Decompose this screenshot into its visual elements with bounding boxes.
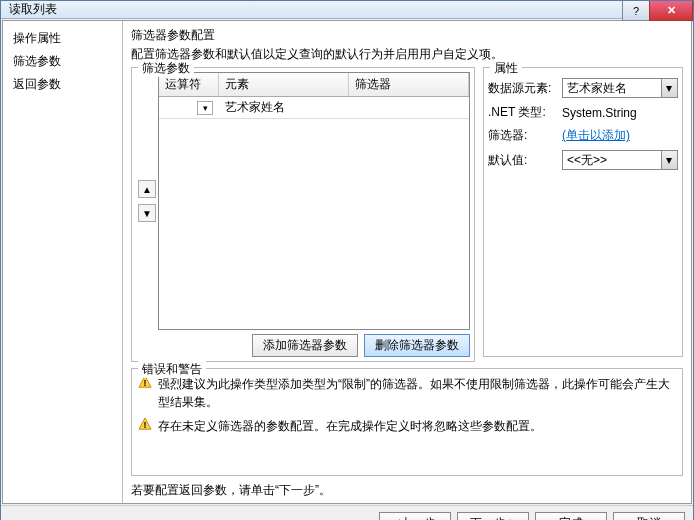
chevron-down-icon: ▾ xyxy=(662,153,677,167)
dialog-buttons: <上一步 下一步 > 完成 取消 xyxy=(1,505,693,520)
row-dropdown-button[interactable]: ▾ xyxy=(197,101,213,115)
row-element: 艺术家姓名 xyxy=(219,97,349,118)
prop-nettype-value: System.String xyxy=(562,106,678,120)
prop-source-label: 数据源元素: xyxy=(488,80,562,97)
move-down-button[interactable]: ▼ xyxy=(138,204,156,222)
triangle-up-icon: ▲ xyxy=(142,184,152,195)
sidebar-item-filter-params[interactable]: 筛选参数 xyxy=(3,50,122,73)
errors-legend: 错误和警告 xyxy=(138,361,206,378)
sidebar-item-return-params[interactable]: 返回参数 xyxy=(3,73,122,96)
back-button[interactable]: <上一步 xyxy=(379,512,451,520)
source-combo-value: 艺术家姓名 xyxy=(563,80,661,97)
col-element: 元素 xyxy=(219,73,349,96)
chevron-down-icon: ▾ xyxy=(662,81,677,95)
chevron-down-icon: ▾ xyxy=(203,103,208,113)
section-title: 筛选器参数配置 xyxy=(131,27,683,44)
close-button[interactable]: ✕ xyxy=(649,1,693,21)
row-filter xyxy=(349,106,361,110)
filter-params-group: 筛选参数 ▲ ▼ 运算符 元素 筛选器 xyxy=(131,67,475,362)
titlebar: 读取列表 ? ✕ xyxy=(1,1,693,19)
footer-note: 若要配置返回参数，请单击“下一步”。 xyxy=(131,482,683,499)
svg-text:!: ! xyxy=(144,420,147,430)
add-filter-button[interactable]: 添加筛选器参数 xyxy=(252,334,358,357)
grid-header: 运算符 元素 筛选器 xyxy=(159,73,469,97)
help-button[interactable]: ? xyxy=(622,1,650,21)
warning-item: ! 强烈建议为此操作类型添加类型为“限制”的筛选器。如果不使用限制筛选器，此操作… xyxy=(138,375,676,411)
section-desc: 配置筛选器参数和默认值以定义查询的默认行为并启用用户自定义项。 xyxy=(131,46,683,63)
cancel-button[interactable]: 取消 xyxy=(613,512,685,520)
source-combo[interactable]: 艺术家姓名 ▾ xyxy=(562,78,678,98)
filter-legend: 筛选参数 xyxy=(138,60,194,77)
delete-filter-button[interactable]: 删除筛选器参数 xyxy=(364,334,470,357)
sidebar: 操作属性 筛选参数 返回参数 xyxy=(3,21,123,503)
move-up-button[interactable]: ▲ xyxy=(138,180,156,198)
sidebar-item-op-props[interactable]: 操作属性 xyxy=(3,27,122,50)
warning-icon: ! xyxy=(138,417,152,431)
properties-group: 属性 数据源元素: 艺术家姓名 ▾ xyxy=(483,67,683,357)
props-legend: 属性 xyxy=(490,60,522,77)
col-filter: 筛选器 xyxy=(349,73,469,96)
errors-group: 错误和警告 ! 强烈建议为此操作类型添加类型为“限制”的筛选器。如果不使用限制筛… xyxy=(131,368,683,476)
close-icon: ✕ xyxy=(667,4,676,17)
finish-button[interactable]: 完成 xyxy=(535,512,607,520)
triangle-down-icon: ▼ xyxy=(142,208,152,219)
filter-grid[interactable]: 运算符 元素 筛选器 ▾ 艺术家姓名 xyxy=(158,72,470,330)
prop-filter-label: 筛选器: xyxy=(488,127,562,144)
prop-nettype-label: .NET 类型: xyxy=(488,104,562,121)
default-combo-btn[interactable]: ▾ xyxy=(661,151,677,169)
window-title: 读取列表 xyxy=(9,1,57,18)
default-combo[interactable]: <<无>> ▾ xyxy=(562,150,678,170)
next-button[interactable]: 下一步 > xyxy=(457,512,529,520)
prop-default-label: 默认值: xyxy=(488,152,562,169)
add-filter-link[interactable]: (单击以添加) xyxy=(562,128,630,142)
table-row[interactable]: ▾ 艺术家姓名 xyxy=(159,97,469,119)
warning-item: ! 存在未定义筛选器的参数配置。在完成操作定义时将忽略这些参数配置。 xyxy=(138,417,676,435)
source-combo-btn[interactable]: ▾ xyxy=(661,79,677,97)
svg-text:!: ! xyxy=(144,378,147,388)
default-combo-value: <<无>> xyxy=(563,152,661,169)
